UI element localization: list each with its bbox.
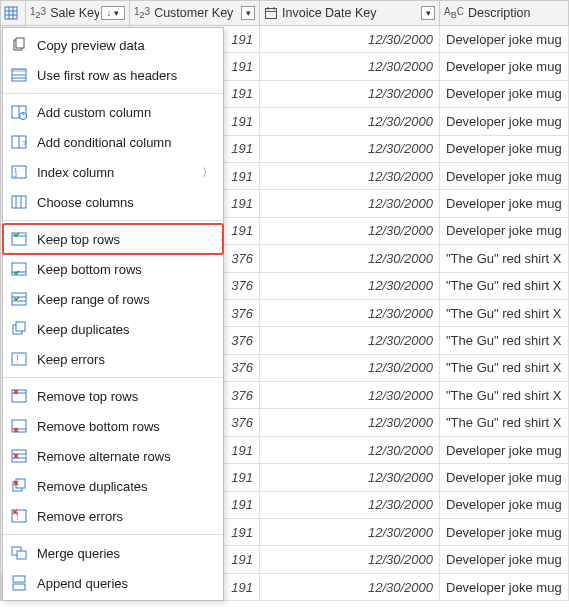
svg-rect-36	[12, 353, 26, 365]
menu-remove-bottom-rows[interactable]: Remove bottom rows	[3, 411, 223, 441]
filter-dropdown-icon[interactable]: ▾	[421, 6, 435, 20]
column-header-sale-key[interactable]: 123 Sale Key ↓▾	[26, 0, 130, 26]
invoice-date-cell[interactable]: 12/30/2000	[260, 273, 440, 300]
invoice-date-cell[interactable]: 12/30/2000	[260, 574, 440, 601]
svg-rect-0	[5, 7, 17, 19]
description-cell[interactable]: "The Gu" red shirt X	[440, 382, 569, 409]
svg-rect-42	[12, 450, 26, 462]
invoice-date-cell[interactable]: 12/30/2000	[260, 163, 440, 190]
description-cell[interactable]: Developer joke mug	[440, 26, 569, 53]
description-cell[interactable]: "The Gu" red shirt X	[440, 327, 569, 354]
menu-label: Index column	[37, 165, 194, 180]
description-cell[interactable]: Developer joke mug	[440, 574, 569, 601]
menu-remove-duplicates[interactable]: Remove duplicates	[3, 471, 223, 501]
description-cell[interactable]: "The Gu" red shirt X	[440, 245, 569, 272]
keep-err-icon: !	[9, 349, 29, 369]
column-name: Customer Key	[154, 6, 239, 20]
sort-dropdown-icon[interactable]: ↓▾	[101, 6, 125, 20]
menu-merge-queries[interactable]: Merge queries	[3, 538, 223, 568]
invoice-date-cell[interactable]: 12/30/2000	[260, 26, 440, 53]
svg-rect-12	[12, 69, 26, 72]
description-cell[interactable]: "The Gu" red shirt X	[440, 355, 569, 382]
svg-rect-38	[12, 390, 26, 402]
menu-choose-columns[interactable]: Choose columns	[3, 187, 223, 217]
description-cell[interactable]: Developer joke mug	[440, 464, 569, 491]
description-cell[interactable]: "The Gu" red shirt X	[440, 273, 569, 300]
menu-keep-duplicates[interactable]: Keep duplicates	[3, 314, 223, 344]
menu-separator	[3, 377, 223, 378]
description-cell[interactable]: Developer joke mug	[440, 136, 569, 163]
description-cell[interactable]: Developer joke mug	[440, 190, 569, 217]
chevron-right-icon: 〉	[202, 165, 213, 180]
invoice-date-cell[interactable]: 12/30/2000	[260, 546, 440, 573]
invoice-date-cell[interactable]: 12/30/2000	[260, 136, 440, 163]
column-header-invoice-date-key[interactable]: Invoice Date Key ▾	[260, 0, 440, 26]
column-name: Invoice Date Key	[282, 6, 419, 20]
menu-label: Remove duplicates	[37, 479, 213, 494]
invoice-date-cell[interactable]: 12/30/2000	[260, 355, 440, 382]
remove-top-icon	[9, 386, 29, 406]
description-cell[interactable]: "The Gu" red shirt X	[440, 300, 569, 327]
description-cell[interactable]: Developer joke mug	[440, 81, 569, 108]
menu-add-custom-column[interactable]: Add custom column	[3, 97, 223, 127]
invoice-date-cell[interactable]: 12/30/2000	[260, 492, 440, 519]
svg-rect-50	[17, 551, 26, 559]
menu-label: Remove top rows	[37, 389, 213, 404]
menu-add-conditional-column[interactable]: ? Add conditional column	[3, 127, 223, 157]
menu-remove-alternate-rows[interactable]: Remove alternate rows	[3, 441, 223, 471]
svg-text:?: ?	[22, 139, 27, 148]
invoice-date-cell[interactable]: 12/30/2000	[260, 218, 440, 245]
menu-remove-top-rows[interactable]: Remove top rows	[3, 381, 223, 411]
menu-append-queries[interactable]: Append queries	[3, 568, 223, 598]
menu-keep-bottom-rows[interactable]: Keep bottom rows	[3, 254, 223, 284]
invoice-date-cell[interactable]: 12/30/2000	[260, 53, 440, 80]
menu-use-first-row[interactable]: Use first row as headers	[3, 60, 223, 90]
invoice-date-cell[interactable]: 12/30/2000	[260, 108, 440, 135]
invoice-date-cell[interactable]: 12/30/2000	[260, 300, 440, 327]
table-corner-button[interactable]	[0, 0, 26, 26]
invoice-date-cell[interactable]: 12/30/2000	[260, 327, 440, 354]
description-cell[interactable]: Developer joke mug	[440, 519, 569, 546]
column-header-customer-key[interactable]: 123 Customer Key ▾	[130, 0, 260, 26]
description-cell[interactable]: Developer joke mug	[440, 437, 569, 464]
invoice-date-cell[interactable]: 12/30/2000	[260, 519, 440, 546]
menu-separator	[3, 534, 223, 535]
description-cell[interactable]: Developer joke mug	[440, 218, 569, 245]
description-cell[interactable]: Developer joke mug	[440, 163, 569, 190]
menu-index-column[interactable]: 12 Index column 〉	[3, 157, 223, 187]
menu-label: Copy preview data	[37, 38, 213, 53]
description-cell[interactable]: Developer joke mug	[440, 53, 569, 80]
menu-label: Add conditional column	[37, 135, 213, 150]
invoice-date-cell[interactable]: 12/30/2000	[260, 382, 440, 409]
number-type-icon: 123	[30, 6, 46, 20]
remove-dup-icon	[9, 476, 29, 496]
keep-dup-icon	[9, 319, 29, 339]
invoice-date-cell[interactable]: 12/30/2000	[260, 464, 440, 491]
menu-keep-top-rows[interactable]: Keep top rows	[3, 224, 223, 254]
filter-dropdown-icon[interactable]: ▾	[241, 6, 255, 20]
svg-rect-10	[16, 38, 24, 48]
column-header-description[interactable]: ABC Description	[440, 0, 569, 26]
menu-label: Remove alternate rows	[37, 449, 213, 464]
svg-text:2: 2	[14, 172, 18, 178]
menu-keep-errors[interactable]: ! Keep errors	[3, 344, 223, 374]
index-column-icon: 12	[9, 162, 29, 182]
menu-remove-errors[interactable]: ! Remove errors	[3, 501, 223, 531]
table-context-menu: Copy preview data Use first row as heade…	[2, 27, 224, 601]
menu-copy-preview[interactable]: Copy preview data	[3, 30, 223, 60]
menu-label: Keep top rows	[37, 232, 213, 247]
svg-rect-52	[13, 584, 25, 590]
invoice-date-cell[interactable]: 12/30/2000	[260, 81, 440, 108]
number-type-icon: 123	[134, 6, 150, 20]
description-cell[interactable]: "The Gu" red shirt X	[440, 409, 569, 436]
invoice-date-cell[interactable]: 12/30/2000	[260, 245, 440, 272]
description-cell[interactable]: Developer joke mug	[440, 108, 569, 135]
invoice-date-cell[interactable]: 12/30/2000	[260, 409, 440, 436]
menu-separator	[3, 220, 223, 221]
custom-column-icon	[9, 102, 29, 122]
invoice-date-cell[interactable]: 12/30/2000	[260, 437, 440, 464]
invoice-date-cell[interactable]: 12/30/2000	[260, 190, 440, 217]
description-cell[interactable]: Developer joke mug	[440, 546, 569, 573]
description-cell[interactable]: Developer joke mug	[440, 492, 569, 519]
menu-keep-range-rows[interactable]: Keep range of rows	[3, 284, 223, 314]
